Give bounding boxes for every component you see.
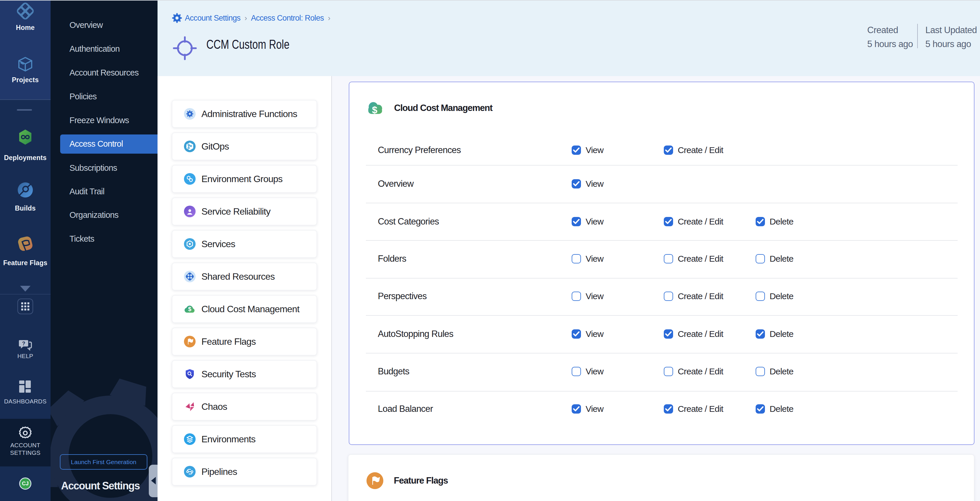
- svg-text:$: $: [188, 306, 191, 312]
- svg-text:$: $: [372, 105, 377, 115]
- svg-text:?: ?: [22, 341, 25, 347]
